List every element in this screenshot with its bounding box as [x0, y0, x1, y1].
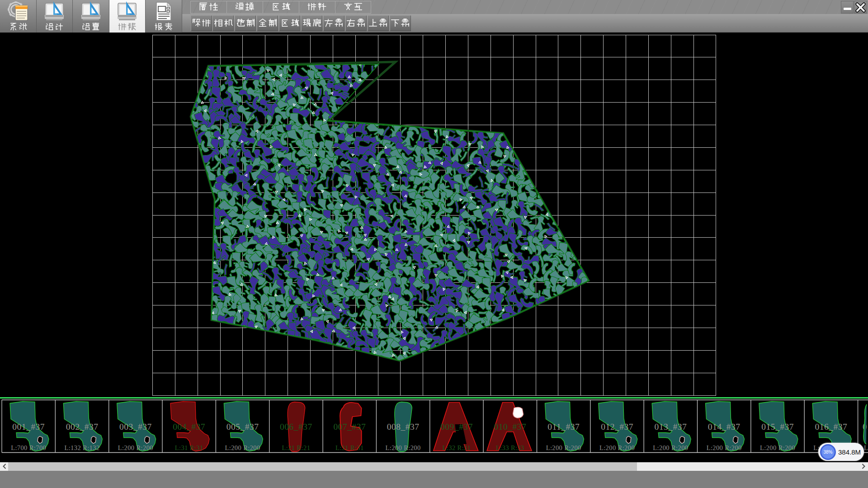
svg-text:L:21 R:21: L:21 R:21	[282, 444, 310, 451]
svg-text:006_#37: 006_#37	[280, 422, 312, 432]
svg-text:010_#37: 010_#37	[494, 422, 526, 432]
svg-text:011_#37: 011_#37	[547, 422, 580, 432]
svg-text:015_#37: 015_#37	[761, 422, 794, 432]
svg-text:L:200 R:200: L:200 R:200	[760, 444, 795, 451]
svg-text:003_#37: 003_#37	[119, 422, 152, 432]
svg-text:001_#37: 001_#37	[12, 422, 45, 432]
svg-text:L:132 R:132: L:132 R:132	[64, 444, 99, 451]
svg-text:007_#37: 007_#37	[333, 422, 366, 432]
svg-text:004_#37: 004_#37	[173, 422, 205, 432]
svg-text:L:200 R:200: L:200 R:200	[653, 444, 688, 451]
svg-text:L:200 R:200: L:200 R:200	[707, 444, 742, 451]
svg-text:L:200 R:200: L:200 R:200	[546, 444, 581, 451]
svg-text:002_#37: 002_#37	[66, 422, 99, 432]
svg-text:005_#37: 005_#37	[226, 422, 259, 432]
svg-text:008_#37: 008_#37	[387, 422, 420, 432]
svg-text:L:200 R:200: L:200 R:200	[118, 444, 153, 451]
svg-text:L:: L:	[864, 444, 868, 451]
svg-text:L:31 R:31: L:31 R:31	[335, 444, 364, 451]
svg-text:012_#37: 012_#37	[601, 422, 633, 432]
svg-text:L:31 R:31: L:31 R:31	[175, 444, 203, 451]
svg-text:L:700 R:700: L:700 R:700	[11, 444, 46, 451]
svg-text:016_#37: 016_#37	[815, 422, 848, 432]
svg-text:014_#37: 014_#37	[708, 422, 741, 432]
svg-text:L:200 R:200: L:200 R:200	[225, 444, 260, 451]
svg-text:L:200 R:200: L:200 R:200	[599, 444, 635, 451]
svg-text:L:33 R:33: L:33 R:33	[496, 444, 524, 451]
svg-text:009_#37: 009_#37	[440, 422, 473, 432]
svg-text:L:32 R:31: L:32 R:31	[443, 444, 471, 451]
svg-text:L:200 R:200: L:200 R:200	[386, 444, 421, 451]
svg-text:013_#37: 013_#37	[655, 422, 687, 432]
